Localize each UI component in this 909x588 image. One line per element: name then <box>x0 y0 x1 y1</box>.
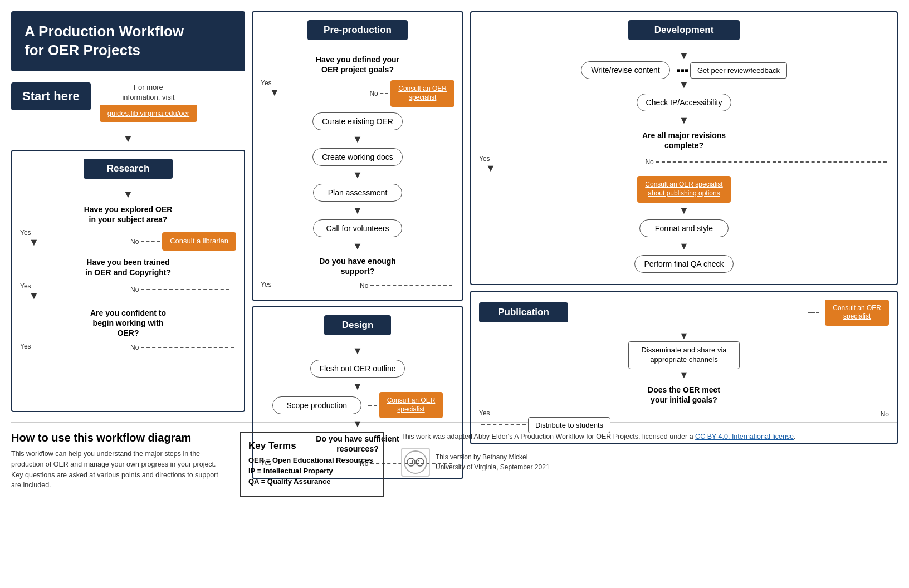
how-to-title: How to use this workflow diagram <box>11 432 223 444</box>
publication-header: Publication <box>479 302 568 322</box>
development-header: Development <box>628 20 740 40</box>
step-working-docs: Create working docs <box>312 148 403 166</box>
dotted-line-2 <box>141 289 229 290</box>
research-header: Research <box>84 159 173 179</box>
step-scope: Scope production <box>272 396 361 414</box>
research-box: Research ▼ Have you explored OER in your… <box>11 150 245 412</box>
start-box: Start here <box>11 82 91 110</box>
research-q3: Are you confident to begin working with … <box>90 308 166 339</box>
pre-production-header: Pre-production <box>307 20 408 40</box>
publication-flow: ▼ Disseminate and share via appropriate … <box>479 330 889 435</box>
dotted-line-3 <box>141 347 234 348</box>
q3-yes-label: Yes <box>20 342 31 350</box>
distribute-box: Distribute to students <box>528 417 610 433</box>
design-consult-btn[interactable]: Consult an OER specialist <box>379 392 443 418</box>
cc-credit: This version by Bethany Mickel Universit… <box>436 452 550 472</box>
dev-q1: Are all major revisions complete? <box>642 130 726 150</box>
step-plan-assessment: Plan assessment <box>313 184 402 202</box>
how-to-section: How to use this workflow diagram This wo… <box>11 432 223 491</box>
step-write-revise: Write/revise content <box>581 61 670 79</box>
term-0: OER = Open Educational Resources <box>248 456 375 464</box>
main-container: A Production Workflow for OER Projects S… <box>0 0 909 508</box>
arrow-start-research: ▼ <box>11 134 245 144</box>
development-box: Development ▼ Write/revise content Get p… <box>470 11 898 285</box>
q2-yes-label: Yes <box>20 282 31 290</box>
step-qa: Perform final QA check <box>634 255 733 273</box>
pre-production-flow: Have you defined your OER project goals?… <box>261 50 454 292</box>
q1-yes-label: Yes <box>20 229 31 237</box>
q2-no-label: No <box>130 286 139 293</box>
key-terms-section: Key Terms OER = Open Educational Resourc… <box>240 432 384 497</box>
publication-box: Publication Consult an OER specialist ▼ … <box>470 291 898 444</box>
step-flesh-out: Flesh out OER outline <box>310 360 405 378</box>
consult-librarian-btn[interactable]: Consult a librarian <box>162 232 236 251</box>
visit-info: For more information, visit <box>122 82 174 102</box>
visit-link[interactable]: guides.lib.virginia.edu/oer <box>100 105 197 122</box>
step-check-ip: Check IP/Accessibility <box>637 94 732 111</box>
how-to-text: This workflow can help you understand th… <box>11 449 223 491</box>
term-1: IP = Intellectual Property <box>248 467 375 475</box>
cc-svg: cc <box>403 450 428 474</box>
pub-consult-btn[interactable]: Consult an OER specialist <box>825 300 889 326</box>
research-flow: ▼ Have you explored OER in your subject … <box>20 189 236 354</box>
cc-badge: cc This version by Bethany Mickel Univer… <box>401 448 898 477</box>
q1-no-label: No <box>130 238 139 246</box>
research-q2: Have you been trained in OER and Copyrig… <box>85 257 171 277</box>
research-q1: Have you explored OER in your subject ar… <box>84 204 173 224</box>
main-title: A Production Workflow for OER Projects <box>11 11 245 71</box>
step-curate: Curate existing OER <box>312 112 403 130</box>
preprod-q2: Do you have enough support? <box>319 256 396 276</box>
left-panel: A Production Workflow for OER Projects S… <box>11 11 245 412</box>
step-call-volunteers: Call for volunteers <box>313 219 402 237</box>
q3-no-label: No <box>130 344 139 351</box>
dev-consult-btn[interactable]: Consult an OER specialist about publishi… <box>637 176 730 202</box>
peer-review-box: Get peer review/feedback <box>690 62 787 79</box>
step-disseminate: Disseminate and share via appropriate ch… <box>628 341 740 369</box>
start-section: Start here For more information, visit g… <box>11 77 245 128</box>
development-flow: ▼ Write/revise content Get peer review/f… <box>479 50 889 276</box>
key-terms-title: Key Terms <box>248 440 375 452</box>
term-2: QA = Quality Assurance <box>248 477 375 486</box>
cc-icon: cc <box>401 448 430 477</box>
step-format: Format and style <box>639 219 729 237</box>
pub-q1: Does the OER meet your initial goals? <box>648 385 720 405</box>
preprod-consult-btn[interactable]: Consult an OER specialist <box>390 80 454 106</box>
diagram-area: A Production Workflow for OER Projects S… <box>11 11 898 412</box>
preprod-q1: Have you defined your OER project goals? <box>316 55 399 75</box>
pre-production-box: Pre-production Have you defined your OER… <box>252 11 463 301</box>
middle-panel: Pre-production Have you defined your OER… <box>252 11 463 412</box>
right-panel: Development ▼ Write/revise content Get p… <box>470 11 898 412</box>
dotted-line-1 <box>141 241 160 242</box>
design-header: Design <box>324 315 391 335</box>
